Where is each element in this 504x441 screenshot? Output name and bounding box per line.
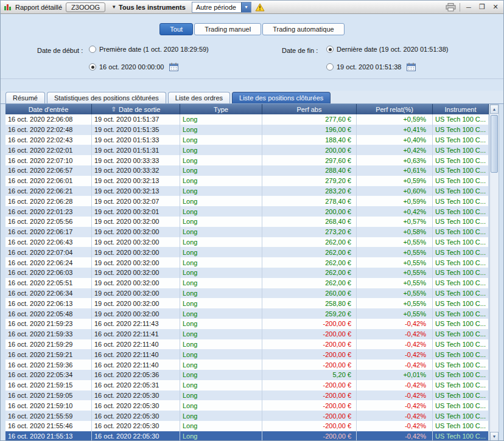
table-row[interactable]: 16 oct. 2020 21:59:1016 oct. 2020 22:05:…: [5, 400, 489, 411]
entry-date-cell: 16 oct. 2020 21:59:36: [5, 359, 92, 370]
perf-abs-cell: 268,40 €: [262, 217, 357, 227]
position-type-cell: Long: [180, 217, 262, 227]
calendar-icon[interactable]: [169, 63, 178, 71]
end-date-option-custom[interactable]: 19 oct. 2020 01:51:38: [326, 63, 416, 71]
table-row[interactable]: 16 oct. 2020 22:02:4819 oct. 2020 01:51:…: [5, 125, 489, 135]
table-row[interactable]: 16 oct. 2020 22:02:4319 oct. 2020 01:51:…: [5, 135, 489, 145]
table-row[interactable]: 16 oct. 2020 22:06:1719 oct. 2020 00:32:…: [5, 227, 489, 237]
report-chart-icon: [4, 3, 12, 11]
table-row[interactable]: 16 oct. 2020 21:55:4616 oct. 2020 22:05:…: [5, 421, 489, 431]
start-date-option-custom[interactable]: 16 oct. 2020 00:00:00: [89, 63, 178, 71]
table-row[interactable]: 16 oct. 2020 22:06:2419 oct. 2020 00:32:…: [5, 257, 489, 268]
date-row-custom: 16 oct. 2020 00:00:00 19 oct. 2020 01:51…: [1, 63, 503, 74]
radio-start-first[interactable]: [89, 46, 96, 53]
table-row[interactable]: 16 oct. 2020 22:06:0319 oct. 2020 00:32:…: [5, 268, 489, 278]
table-row[interactable]: 16 oct. 2020 21:55:5916 oct. 2020 22:05:…: [5, 411, 489, 421]
instruments-dropdown[interactable]: ▼ Tous les instruments: [109, 3, 188, 12]
instrument-cell: US Tech 100 C...: [433, 268, 489, 278]
entry-date-cell: 16 oct. 2020 22:06:34: [5, 288, 92, 299]
table-row[interactable]: 16 oct. 2020 22:02:0119 oct. 2020 01:51:…: [5, 145, 489, 155]
column-header-5[interactable]: Instrument: [433, 104, 489, 114]
table-row[interactable]: 16 oct. 2020 21:59:2116 oct. 2020 22:11:…: [5, 349, 489, 359]
table-row[interactable]: 16 oct. 2020 22:06:1319 oct. 2020 00:32:…: [5, 298, 489, 308]
entry-date-cell: 16 oct. 2020 22:06:57: [5, 165, 92, 176]
instrument-code-button[interactable]: Z3OOOG: [66, 2, 105, 12]
instrument-cell: US Tech 100 C...: [433, 165, 489, 176]
perf-abs-cell: 262,00 €: [262, 268, 357, 278]
table-row[interactable]: 16 oct. 2020 21:55:1316 oct. 2020 22:05:…: [5, 431, 489, 441]
mode-tab-2[interactable]: Trading automatique: [262, 23, 345, 35]
exit-date-cell: 19 oct. 2020 01:51:33: [92, 135, 180, 145]
instrument-cell: US Tech 100 C...: [433, 247, 489, 257]
scrollbar-thumb[interactable]: [491, 115, 498, 173]
scroll-up-button[interactable]: ▲: [490, 105, 499, 114]
table-row[interactable]: 16 oct. 2020 22:07:1019 oct. 2020 00:33:…: [5, 155, 489, 165]
perf-abs-cell: -200,00 €: [262, 411, 357, 421]
perf-rel-cell: +0,61%: [357, 165, 433, 176]
table-row[interactable]: 16 oct. 2020 21:59:3616 oct. 2020 22:11:…: [5, 359, 489, 370]
column-header-0[interactable]: Date d'entrée: [5, 104, 92, 114]
radio-end-custom[interactable]: [326, 63, 334, 71]
perf-rel-cell: -0,42%: [357, 380, 433, 391]
table-row[interactable]: 16 oct. 2020 21:59:2316 oct. 2020 22:11:…: [5, 319, 489, 329]
mode-tab-0[interactable]: Tout: [159, 23, 193, 35]
period-select[interactable]: Autre période ▼: [192, 2, 251, 13]
table-row[interactable]: 16 oct. 2020 22:07:0419 oct. 2020 00:32:…: [5, 247, 489, 257]
position-type-cell: Long: [180, 227, 262, 237]
warning-icon: [255, 3, 265, 12]
panel-divider: [1, 78, 503, 79]
exit-date-cell: 19 oct. 2020 01:51:37: [92, 114, 180, 125]
view-tab-2[interactable]: Liste des ordres: [168, 92, 230, 103]
table-row[interactable]: 16 oct. 2020 21:59:0516 oct. 2020 22:05:…: [5, 391, 489, 401]
table-row[interactable]: 16 oct. 2020 22:06:2119 oct. 2020 00:32:…: [5, 186, 489, 196]
table-row[interactable]: 16 oct. 2020 22:01:2319 oct. 2020 00:32:…: [5, 206, 489, 217]
scroll-down-button[interactable]: ▼: [490, 432, 499, 441]
radio-start-custom[interactable]: [89, 63, 96, 71]
close-button[interactable]: ✕: [491, 2, 500, 12]
view-tab-0[interactable]: Résumé: [5, 92, 45, 103]
position-type-cell: Long: [180, 165, 262, 176]
column-header-2[interactable]: Type: [180, 104, 262, 114]
exit-date-cell: 19 oct. 2020 00:32:07: [92, 196, 180, 206]
perf-abs-cell: 262,00 €: [262, 237, 357, 248]
view-tab-3[interactable]: Liste des positions clôturées: [232, 92, 331, 103]
minimize-button[interactable]: ─: [464, 2, 474, 12]
instrument-cell: US Tech 100 C...: [433, 135, 489, 145]
table-row[interactable]: 16 oct. 2020 21:59:2916 oct. 2020 22:11:…: [5, 339, 489, 350]
table-row[interactable]: 16 oct. 2020 22:05:5619 oct. 2020 00:32:…: [5, 217, 489, 227]
entry-date-cell: 16 oct. 2020 21:55:13: [5, 431, 92, 441]
column-header-3[interactable]: Perf abs: [262, 104, 357, 114]
perf-rel-cell: -0,42%: [357, 339, 433, 350]
vertical-scrollbar[interactable]: ▲ ▼: [489, 104, 499, 441]
table-row[interactable]: 16 oct. 2020 21:59:3316 oct. 2020 22:11:…: [5, 329, 489, 339]
exit-date-cell: 19 oct. 2020 00:32:00: [92, 247, 180, 257]
calendar-icon[interactable]: [407, 63, 416, 71]
table-row[interactable]: 16 oct. 2020 22:05:5119 oct. 2020 00:32:…: [5, 278, 489, 288]
mode-tab-1[interactable]: Trading manuel: [194, 23, 261, 35]
column-header-1[interactable]: ⇧Date de sortie: [92, 104, 180, 114]
entry-date-cell: 16 oct. 2020 21:59:10: [5, 400, 92, 411]
exit-date-cell: 16 oct. 2020 22:05:30: [92, 411, 180, 421]
start-date-option-first[interactable]: Première date (1 oct. 2020 18:29:59): [89, 46, 209, 53]
entry-date-cell: 16 oct. 2020 22:05:51: [5, 278, 92, 288]
table-row[interactable]: 16 oct. 2020 22:06:4319 oct. 2020 00:32:…: [5, 237, 489, 248]
table-row[interactable]: 16 oct. 2020 22:06:2819 oct. 2020 00:32:…: [5, 196, 489, 206]
exit-date-cell: 19 oct. 2020 00:32:00: [92, 298, 180, 308]
perf-rel-cell: -0,42%: [357, 359, 433, 370]
table-row[interactable]: 16 oct. 2020 22:06:0819 oct. 2020 01:51:…: [5, 114, 489, 125]
table-row[interactable]: 16 oct. 2020 22:06:0119 oct. 2020 00:32:…: [5, 176, 489, 186]
table-row[interactable]: 16 oct. 2020 21:59:1516 oct. 2020 22:05:…: [5, 380, 489, 391]
table-row[interactable]: 16 oct. 2020 22:05:4819 oct. 2020 00:32:…: [5, 308, 489, 319]
column-header-4[interactable]: Perf relat(%): [357, 104, 433, 114]
entry-date-cell: 16 oct. 2020 21:59:15: [5, 380, 92, 391]
radio-end-last[interactable]: [326, 46, 334, 53]
table-row[interactable]: 16 oct. 2020 22:06:3419 oct. 2020 00:32:…: [5, 288, 489, 299]
table-row[interactable]: 16 oct. 2020 22:05:3416 oct. 2020 22:05:…: [5, 370, 489, 380]
view-tab-1[interactable]: Statistiques des positions clôturées: [47, 92, 166, 103]
maximize-button[interactable]: ❒: [477, 2, 487, 12]
print-icon[interactable]: [446, 3, 456, 12]
end-date-option-last[interactable]: Dernière date (19 oct. 2020 01:51:38): [326, 46, 448, 53]
perf-abs-cell: -200,00 €: [262, 319, 357, 329]
table-row[interactable]: 16 oct. 2020 22:06:5719 oct. 2020 00:33:…: [5, 165, 489, 176]
exit-date-cell: 16 oct. 2020 22:05:36: [92, 370, 180, 380]
